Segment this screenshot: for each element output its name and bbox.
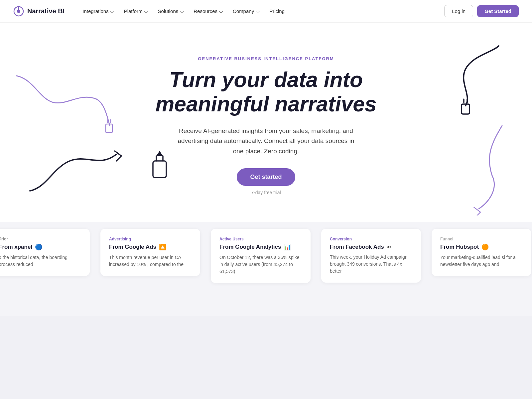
deco-center-bottom <box>146 151 173 182</box>
deco-left-mid <box>13 72 113 140</box>
deco-top-right <box>412 43 505 117</box>
chevron-down-icon <box>144 10 147 12</box>
nav-actions: Log in Get Started <box>444 5 519 17</box>
deco-bottom-left <box>27 134 133 196</box>
hero-title: Turn your data into meaningful narrative… <box>150 68 382 117</box>
card-source-icon: 🔵 <box>35 243 42 251</box>
logo-icon <box>13 6 24 17</box>
card-tag: Active users <box>219 237 302 241</box>
card-description: This month revenue per user in CA increa… <box>109 254 192 268</box>
nav-item-company[interactable]: Company <box>228 6 263 17</box>
chevron-down-icon <box>180 10 183 12</box>
hero-description: Receive AI-generated insights from your … <box>175 126 357 156</box>
svg-rect-3 <box>462 104 469 114</box>
nav-item-solutions[interactable]: Solutions <box>153 6 188 17</box>
card-tag: Advertising <box>109 237 192 241</box>
get-started-hero-button[interactable]: Get started <box>237 168 295 186</box>
hero-section: GENERATIVE BUSINESS INTELLIGENCE PLATFOR… <box>0 23 532 222</box>
nav-item-resources[interactable]: Resources <box>189 6 227 17</box>
chevron-down-icon <box>110 10 113 12</box>
card-tag: Conversion <box>330 237 412 241</box>
svg-rect-6 <box>106 124 112 133</box>
navigation: Narrative BI Integrations Platform Solut… <box>0 0 532 23</box>
trial-text: 7-day free trial <box>251 190 281 195</box>
nav-item-integrations[interactable]: Integrations <box>78 6 118 17</box>
card-source-icon: ∞ <box>387 243 391 250</box>
card-title: From Google Analytics <box>219 244 281 250</box>
card-title: From Google Ads <box>109 244 156 250</box>
logo[interactable]: Narrative BI <box>13 6 65 17</box>
svg-point-1 <box>17 10 20 13</box>
get-started-nav-button[interactable]: Get Started <box>477 5 519 17</box>
insight-card[interactable]: Prior From xpanel 🔵 o the historical dat… <box>0 229 90 276</box>
insight-card[interactable]: Advertising From Google Ads 🔼 This month… <box>100 229 200 276</box>
bottom-section <box>0 316 532 399</box>
card-description: o the historical data, the boarding proc… <box>0 254 81 268</box>
card-description: Your marketing-qualified lead si for a n… <box>440 254 523 268</box>
card-tag: Funnel <box>440 237 523 241</box>
card-description: On October 12, there was a 36% spike in … <box>219 254 302 275</box>
card-source-icon: 🔼 <box>159 243 166 251</box>
card-title: From xpanel <box>0 244 32 250</box>
deco-bottom-right <box>419 122 505 217</box>
login-button[interactable]: Log in <box>444 5 473 17</box>
nav-items: Integrations Platform Solutions Resource… <box>78 6 444 17</box>
card-tag: Prior <box>0 237 81 241</box>
card-title: From Facebook Ads <box>330 244 384 250</box>
card-description: This week, your Holiday Ad campaign brou… <box>330 254 412 275</box>
insight-card[interactable]: Conversion From Facebook Ads ∞ This week… <box>321 229 421 283</box>
nav-item-pricing[interactable]: Pricing <box>265 6 289 17</box>
chevron-down-icon <box>219 10 222 12</box>
svg-rect-9 <box>153 161 166 178</box>
card-title: From Hubspot <box>440 244 479 250</box>
insight-card[interactable]: Active users From Google Analytics 📊 On … <box>211 229 311 283</box>
card-source-icon: 📊 <box>284 243 291 251</box>
insight-card[interactable]: Funnel From Hubspot 🟠 Your marketing-qua… <box>432 229 531 276</box>
hero-subtitle: GENERATIVE BUSINESS INTELLIGENCE PLATFOR… <box>198 56 334 61</box>
chevron-down-icon <box>255 10 259 12</box>
insight-cards-row: Prior From xpanel 🔵 o the historical dat… <box>0 222 532 290</box>
cards-section: Prior From xpanel 🔵 o the historical dat… <box>0 222 532 316</box>
nav-item-platform[interactable]: Platform <box>119 6 152 17</box>
logo-text: Narrative BI <box>27 7 65 15</box>
card-source-icon: 🟠 <box>481 243 489 251</box>
